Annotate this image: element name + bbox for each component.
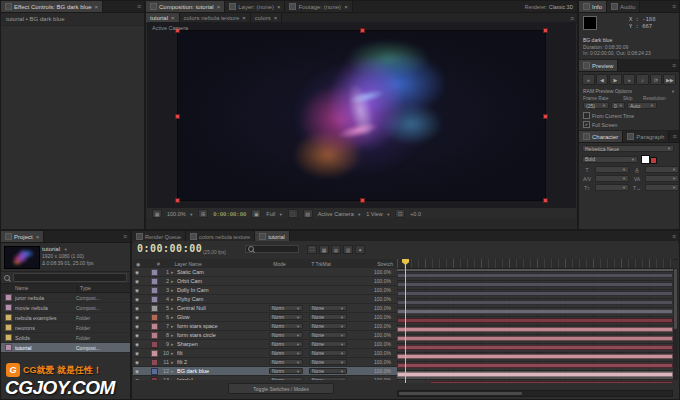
layer-color-chip[interactable]	[151, 368, 158, 375]
layer-duration-bar[interactable]	[397, 282, 673, 287]
visibility-eye-icon[interactable]: ◉	[135, 270, 139, 275]
toggle-switches-modes-button[interactable]: Toggle Switches / Modes	[228, 383, 334, 394]
track-matte-dropdown[interactable]: None▼	[309, 305, 347, 311]
track-matte-dropdown[interactable]: None▼	[309, 377, 347, 380]
first-frame-button[interactable]: «	[582, 74, 595, 85]
checkbox-unchecked-icon[interactable]	[583, 112, 590, 119]
layer-duration-bar[interactable]	[430, 381, 673, 383]
leading-dropdown[interactable]: ▼	[645, 166, 679, 173]
resolution-dropdown[interactable]: Auto▼	[627, 102, 657, 109]
name-column-header[interactable]: Name	[1, 285, 77, 291]
timeline-graph-row[interactable]	[397, 371, 673, 380]
blend-mode-dropdown[interactable]: Norm▼	[269, 314, 303, 320]
draft-3d-icon[interactable]: ▦	[319, 245, 329, 254]
previous-frame-button[interactable]: ◀	[596, 74, 609, 85]
play-button[interactable]: ▶	[609, 74, 622, 85]
layer-color-chip[interactable]	[151, 341, 158, 348]
frame-rate-dropdown[interactable]: (25)▼	[583, 102, 609, 109]
timeline-layer-row[interactable]: ◉ 11 ▸ filt 2 Norm▼ None▼ 100.0%	[133, 358, 397, 367]
project-item-row[interactable]: neurons Folder	[1, 323, 130, 333]
track-matte-dropdown[interactable]: None▼	[309, 323, 347, 329]
layer-name[interactable]: Orbit Cam	[177, 278, 269, 284]
info-group-tab[interactable]: Audio	[607, 1, 640, 12]
panel-menu-icon[interactable]: ≡	[669, 62, 679, 69]
close-icon[interactable]: ×	[36, 234, 40, 240]
panel-menu-icon[interactable]: ≡	[567, 15, 577, 22]
stretch-value[interactable]: 100.0%	[353, 368, 395, 374]
hide-shy-layers-icon[interactable]: ◍	[331, 245, 341, 254]
close-icon[interactable]: ×	[95, 4, 99, 10]
blend-mode-dropdown[interactable]: Norm▼	[269, 323, 303, 329]
composition-viewer[interactable]: Active Camera	[147, 22, 576, 207]
timeline-layer-row[interactable]: ◉ 6 ▸ Glow Norm▼ None▼ 100.0%	[133, 313, 397, 322]
blend-mode-dropdown[interactable]: Norm▼	[269, 305, 303, 311]
viewer-timecode[interactable]: 0:00:00:00	[213, 211, 246, 217]
next-frame-button[interactable]: »	[623, 74, 636, 85]
track-matte-dropdown[interactable]: None▼	[309, 332, 347, 338]
layer-handle-bottom-center[interactable]	[361, 199, 364, 202]
ram-preview-button[interactable]: ▶▶	[663, 74, 676, 85]
trkmat-column-header[interactable]: T TrkMat	[311, 261, 353, 267]
stretch-value[interactable]: 100.0%	[353, 359, 395, 365]
item-name[interactable]: nebula examples	[15, 315, 73, 321]
composition-frame[interactable]	[178, 31, 545, 200]
layer-name[interactable]: form stars circle	[177, 332, 269, 338]
visibility-eye-icon[interactable]: ◉	[135, 306, 139, 311]
visibility-eye-icon[interactable]: ◉	[135, 360, 139, 365]
item-name[interactable]: tutorial	[15, 345, 73, 351]
stretch-value[interactable]: 100.0%	[353, 314, 395, 320]
skip-dropdown[interactable]: 0▼	[611, 102, 625, 109]
character-group-tab[interactable]: Character	[579, 131, 623, 142]
layer-color-chip[interactable]	[151, 377, 158, 381]
kerning-dropdown[interactable]: ▼	[595, 175, 629, 182]
blend-mode-dropdown[interactable]: Norm▼	[269, 341, 303, 347]
time-ruler[interactable]	[397, 259, 673, 269]
stroke-color-swatch[interactable]	[650, 157, 657, 164]
timeline-layer-row[interactable]: ◉ 2 ▸ Orbit Cam ▼ ▼ 100.0%	[133, 277, 397, 286]
layer-name[interactable]: [circle]	[177, 377, 269, 380]
layer-duration-bar[interactable]	[397, 372, 673, 377]
safe-guides-icon[interactable]: ⊞	[198, 209, 208, 218]
timeline-search-input[interactable]	[245, 245, 299, 253]
layer-handle-top-right[interactable]	[544, 29, 547, 32]
tab-effect-controls[interactable]: Effect Controls: BG dark blue ×	[1, 1, 103, 12]
layer-color-chip[interactable]	[151, 287, 158, 294]
project-item-row[interactable]: nebula examples Folder	[1, 313, 130, 323]
project-item-row[interactable]: movie nebula Composi...	[1, 303, 130, 313]
stretch-value[interactable]: 100.0%	[353, 296, 395, 302]
blend-mode-dropdown[interactable]: Norm▼	[269, 377, 303, 380]
horizontal-scale-dropdown[interactable]: ▼	[645, 184, 679, 191]
close-icon[interactable]: ×	[217, 4, 221, 10]
item-name[interactable]: Solids	[15, 335, 73, 341]
timeline-graph-row[interactable]	[397, 299, 673, 308]
layer-color-chip[interactable]	[151, 323, 158, 330]
close-icon[interactable]: ×	[242, 15, 246, 21]
layer-color-chip[interactable]	[151, 359, 158, 366]
stretch-value[interactable]: 100.0%	[353, 377, 395, 380]
layer-handle-bottom-right[interactable]	[544, 199, 547, 202]
type-column-header[interactable]: Type	[77, 285, 130, 291]
font-family-dropdown[interactable]: Helvetica Neue▼	[582, 145, 674, 152]
layer-color-chip[interactable]	[151, 350, 158, 357]
panel-menu-icon[interactable]: ≡	[120, 233, 130, 240]
font-size-dropdown[interactable]: ▼	[595, 166, 629, 173]
character-group-tab[interactable]: Paragraph	[623, 131, 669, 142]
timeline-graph-area[interactable]	[397, 259, 673, 383]
zoom-level[interactable]: 100.0% ▼	[167, 211, 193, 217]
track-matte-dropdown[interactable]: None▼	[309, 359, 347, 365]
tab-preview[interactable]: Preview	[579, 60, 618, 71]
layer-duration-bar[interactable]	[397, 291, 673, 296]
layer-duration-bar[interactable]	[397, 327, 673, 332]
visibility-eye-icon[interactable]: ◉	[135, 342, 139, 347]
current-time-indicator-line[interactable]	[405, 263, 406, 383]
layer-name[interactable]: Central Null	[177, 305, 269, 311]
timeline-graph-row[interactable]	[397, 326, 673, 335]
viewer-panel-tab[interactable]: Layer: (none) ×	[225, 1, 285, 12]
number-column-header[interactable]: #	[157, 261, 165, 267]
close-icon[interactable]: ×	[171, 15, 175, 21]
stretch-value[interactable]: 100.0%	[353, 350, 395, 356]
pixel-aspect-icon[interactable]: ⊡	[395, 209, 405, 218]
close-icon[interactable]: ×	[274, 15, 278, 21]
roi-icon[interactable]: ⬚	[288, 209, 298, 218]
blend-mode-dropdown[interactable]: Norm▼	[269, 332, 303, 338]
